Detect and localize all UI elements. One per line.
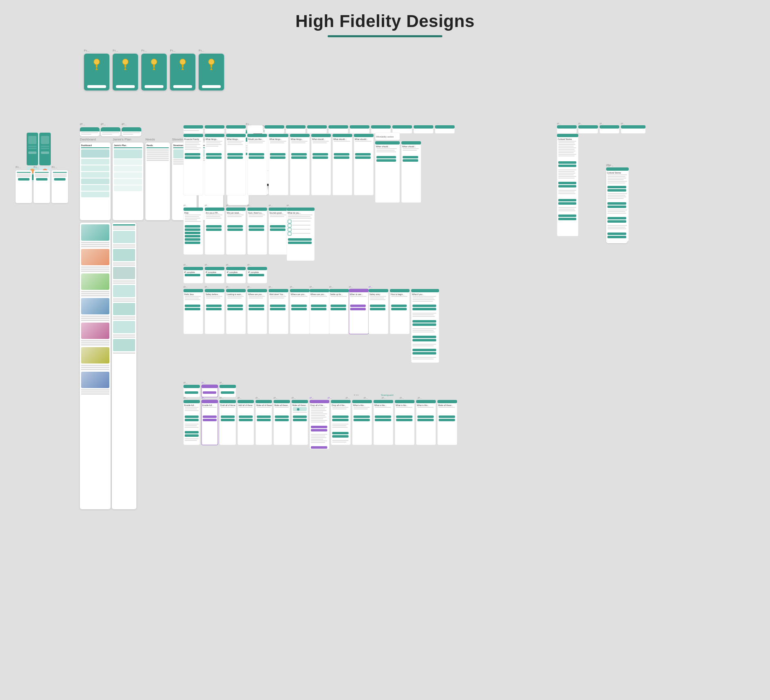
svg-rect-507	[417, 415, 434, 418]
svg-rect-169	[558, 202, 576, 205]
svg-rect-337	[370, 308, 385, 310]
svg-rect-33	[286, 125, 306, 133]
ob-frame-5	[199, 54, 224, 90]
svg-text:We just need...: We just need...	[227, 212, 240, 214]
medal-icon-2	[121, 59, 129, 70]
svg-text:Where are you...: Where are you...	[310, 293, 326, 296]
svg-rect-304	[270, 305, 285, 307]
svg-rect-360	[412, 332, 435, 332]
svg-rect-40	[350, 125, 369, 129]
svg-text:Well done! You...: Well done! You...	[270, 293, 285, 296]
svg-rect-456	[311, 415, 325, 416]
svg-rect-350	[412, 301, 433, 302]
svg-rect-162	[558, 178, 575, 178]
svg-rect-220	[270, 215, 286, 215]
onboarding-frame-4: Fr...	[170, 49, 195, 90]
svg-rect-309	[291, 296, 308, 297]
svg-rect-157	[558, 169, 576, 170]
svg-rect-315	[311, 296, 327, 297]
svg-rect-112	[313, 156, 328, 159]
svg-rect-111	[313, 153, 328, 156]
fr-label-1: Fr...	[84, 49, 109, 52]
svg-rect-152	[558, 152, 574, 153]
svg-text:iP...: iP...	[247, 264, 251, 266]
svg-rect-285	[226, 289, 246, 334]
svg-rect-56	[621, 125, 645, 129]
ob-frame-3	[141, 54, 167, 90]
svg-text:What do you...: What do you...	[288, 212, 301, 214]
svg-text:iP...: iP...	[247, 286, 251, 288]
fr-center-frame: Fr...	[262, 124, 283, 170]
ip-minus-label-group: iP - Cultural Stories	[606, 163, 627, 243]
svg-rect-466	[311, 439, 323, 440]
svg-point-12	[208, 59, 214, 65]
title-underline	[328, 35, 442, 37]
friends-frame-content: Friends	[199, 142, 223, 220]
bookmark-1	[27, 133, 38, 165]
svg-rect-217	[269, 208, 288, 255]
svg-rect-148	[558, 146, 574, 147]
svg-rect-435	[274, 400, 290, 403]
fr-frame-small-1	[16, 170, 32, 203]
bookmark-2	[39, 133, 51, 165]
svg-text:Make all these...: Make all these...	[274, 404, 289, 406]
svg-rect-300	[269, 289, 288, 292]
ob-btn-4	[173, 85, 192, 88]
svg-rect-491	[374, 400, 393, 445]
svg-rect-481	[332, 435, 349, 438]
svg-point-3	[122, 59, 128, 65]
svg-rect-367	[412, 357, 436, 358]
svg-rect-425	[239, 407, 253, 408]
svg-rect-160	[558, 174, 574, 175]
svg-rect-291	[227, 308, 243, 310]
svg-rect-433	[257, 419, 271, 421]
svg-text:iP...: iP...	[328, 397, 332, 399]
right-ip-frames-section: Fr...	[262, 124, 283, 170]
ip-frames-grid: Fr...	[262, 124, 283, 170]
medal-icon-3	[150, 59, 158, 70]
svg-rect-203	[226, 208, 246, 255]
svg-rect-498	[395, 400, 414, 403]
svg-rect-457	[311, 417, 326, 418]
svg-rect-455	[311, 413, 327, 414]
svg-rect-130	[376, 148, 397, 149]
page-title: High Fidelity Designs	[0, 11, 770, 31]
svg-rect-298	[249, 308, 264, 310]
svg-rect-483	[332, 442, 346, 443]
svg-rect-257	[247, 267, 267, 270]
svg-rect-448	[310, 400, 329, 449]
svg-rect-297	[249, 305, 264, 307]
svg-rect-103	[291, 142, 306, 143]
svg-rect-259	[249, 274, 264, 276]
svg-rect-133	[376, 156, 396, 158]
svg-rect-51	[578, 125, 598, 133]
svg-rect-330	[369, 289, 388, 334]
svg-rect-321	[331, 296, 347, 297]
svg-rect-141	[403, 159, 418, 162]
svg-rect-307	[290, 289, 310, 292]
svg-rect-164	[558, 185, 576, 187]
svg-text:When should...: When should...	[402, 145, 416, 148]
svg-rect-503	[416, 400, 436, 445]
medal-icon-1	[93, 59, 101, 70]
svg-text:What should...: What should...	[333, 138, 346, 140]
svg-rect-216	[249, 228, 264, 231]
svg-text:What is this...: What is this...	[374, 404, 387, 406]
svg-rect-305	[270, 308, 285, 310]
svg-rect-488	[353, 409, 368, 409]
svg-rect-358	[412, 328, 436, 329]
svg-rect-117	[334, 153, 349, 156]
svg-rect-349	[412, 299, 435, 300]
svg-text:iP...: iP...	[346, 397, 350, 399]
svg-rect-296	[249, 298, 263, 298]
svg-rect-354	[412, 314, 434, 315]
svg-rect-329	[350, 308, 366, 310]
svg-right-large: Cultural Stories	[557, 134, 578, 236]
svg-rect-509	[437, 400, 457, 445]
svg-rect-145	[558, 141, 576, 142]
svg-rect-323	[331, 308, 346, 310]
svg-rect-502	[396, 419, 412, 421]
svg-rect-319	[329, 289, 349, 292]
svg-text:Safety story: Safety story	[369, 293, 380, 296]
svg-rect-138	[403, 148, 419, 149]
